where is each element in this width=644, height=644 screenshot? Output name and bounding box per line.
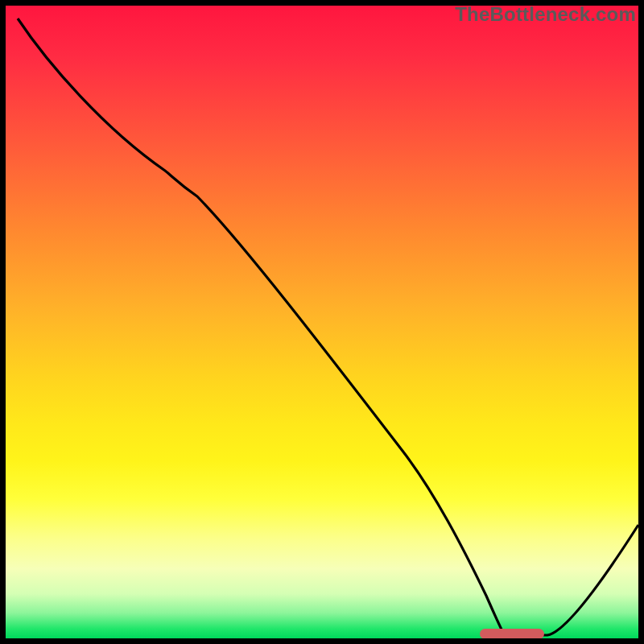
heat-gradient-background xyxy=(6,6,638,638)
watermark-text: TheBottleneck.com xyxy=(455,3,636,26)
optimum-range-marker xyxy=(480,629,544,639)
bottleneck-chart: TheBottleneck.com xyxy=(0,0,644,644)
